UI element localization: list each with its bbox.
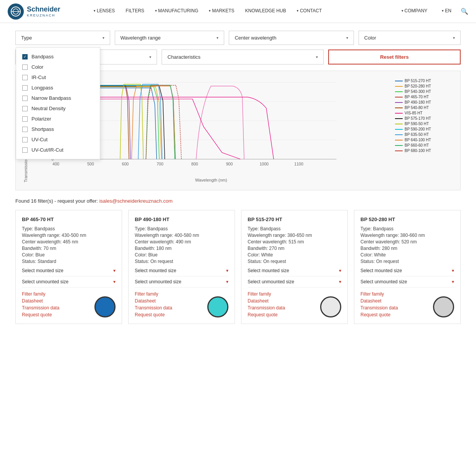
card-1-color: Color: Blue	[22, 252, 116, 258]
card-1-quote[interactable]: Request quote	[22, 312, 60, 317]
option-shortpass[interactable]: Shortpass	[16, 124, 100, 134]
results-header: Found 16 filter(s) - request your offer:…	[15, 198, 461, 204]
legend-item: BP 540-300 HT	[395, 89, 453, 94]
nav-contact[interactable]: ▾ CONTACT	[291, 0, 327, 23]
search-icon[interactable]: 🔍	[461, 8, 468, 15]
legend-item: BP 590-50 HT	[395, 122, 453, 126]
card-3-center: Center wavelength: 515 nm	[248, 239, 341, 245]
card-4-unmounted-select[interactable]: Select unmounted size ▾	[360, 276, 454, 288]
card-3-bandwith: Bandwith: 270 nm	[248, 246, 341, 251]
unmounted-chevron-2: ▾	[226, 279, 228, 284]
card-1-transmission[interactable]: Transmission data	[22, 305, 60, 311]
svg-text:1000: 1000	[259, 162, 269, 166]
card-4-bandwith: Bandwith: 280 nm	[360, 246, 454, 251]
card-2-bottom: Filter family Datasheet Transmission dat…	[135, 291, 228, 317]
card-2-quote[interactable]: Request quote	[135, 312, 172, 317]
card-1-datasheet[interactable]: Datasheet	[22, 298, 60, 304]
nav-knowledge[interactable]: KNOWLEDGE HUB	[240, 0, 292, 23]
card-1-filter-circle	[94, 296, 116, 317]
logo-sub: KREUZNACH	[27, 13, 60, 17]
card-4-datasheet[interactable]: Datasheet	[360, 298, 398, 304]
card-2-datasheet[interactable]: Datasheet	[135, 298, 172, 304]
option-polarizer[interactable]: Polarizer	[16, 114, 100, 124]
card-3-quote[interactable]: Request quote	[248, 312, 285, 317]
option-bandpass[interactable]: ✓ Bandpass	[16, 51, 100, 62]
color-chevron: ▾	[453, 36, 455, 40]
card-1-links: Filter family Datasheet Transmission dat…	[22, 291, 60, 317]
card-3-wavelength: Wavelength range: 380-650 nm	[248, 233, 341, 238]
card-2-mounted-select[interactable]: Select mounted size ▾	[135, 265, 228, 276]
card-3-mounted-select[interactable]: Select mounted size ▾	[248, 265, 341, 276]
svg-text:900: 900	[226, 162, 233, 166]
option-narrow-bandpass[interactable]: Narrow Bandpass	[16, 93, 100, 103]
card-3-transmission[interactable]: Transmission data	[248, 305, 285, 311]
logo-name: Schneider	[27, 5, 60, 13]
card-3-datasheet[interactable]: Datasheet	[248, 298, 285, 304]
results-email-link[interactable]: isales@schneiderkreuznach.com	[99, 198, 173, 204]
card-3-type: Type: Bandpass	[248, 226, 341, 231]
nav-lenses[interactable]: ▾ LENSES	[88, 0, 120, 23]
filter-card-3: BP 515-270 HT Type: Bandpass Wavelength …	[241, 210, 348, 324]
checkbox-uv-cut-ir-cut	[22, 147, 28, 153]
wavelength-dropdown[interactable]: Wavelength range ▾	[115, 31, 225, 45]
chart-legend: BP 515-270 HT BP 520-280 HT BP 540-300 H…	[391, 79, 453, 182]
legend-item: BP 590-200 HT	[395, 127, 453, 131]
card-4-links: Filter family Datasheet Transmission dat…	[360, 291, 398, 317]
checkbox-color	[22, 64, 28, 70]
mounted-chevron-3: ▾	[339, 268, 341, 273]
nav-manufacturing[interactable]: ▾ MANUFACTURING	[150, 0, 204, 23]
legend-item: BP 680-100 HT	[395, 149, 453, 153]
card-1-unmounted-select[interactable]: Select unmounted size ▾	[22, 276, 116, 288]
card-2-type: Type: Bandpass	[135, 226, 228, 231]
card-2-transmission[interactable]: Transmission data	[135, 305, 172, 311]
nav-company[interactable]: ▾ COMPANY	[396, 0, 433, 23]
nav-filters[interactable]: FILTERS	[120, 0, 149, 23]
card-4-filter-family[interactable]: Filter family	[360, 291, 398, 297]
legend-line	[395, 129, 403, 130]
card-4-transmission[interactable]: Transmission data	[360, 305, 398, 311]
characteristics-dropdown[interactable]: Characteristics ▾	[162, 50, 324, 64]
center-wavelength-dropdown[interactable]: Center wavelength ▾	[229, 31, 354, 45]
unmounted-chevron-3: ▾	[339, 279, 341, 284]
unmounted-chevron-4: ▾	[452, 279, 454, 284]
card-3-unmounted-select[interactable]: Select unmounted size ▾	[248, 276, 341, 288]
card-2-unmounted-select[interactable]: Select unmounted size ▾	[135, 276, 228, 288]
type-dropdown[interactable]: Type ▾ ✓ Bandpass Color IR-Cut Lon	[15, 31, 110, 45]
svg-text:500: 500	[87, 162, 94, 166]
card-1-mounted-select[interactable]: Select mounted size ▾	[22, 265, 116, 276]
card-2-title: BP 490-180 HT	[135, 217, 228, 222]
checkbox-narrow-bandpass	[22, 96, 28, 101]
card-1-filter-family[interactable]: Filter family	[22, 291, 60, 297]
legend-item: BP 490-180 HT	[395, 100, 453, 104]
option-color[interactable]: Color	[16, 62, 100, 72]
main-content: Type ▾ ✓ Bandpass Color IR-Cut Lon	[0, 23, 476, 332]
card-2-bandwith: Bandwith: 180 nm	[135, 246, 228, 251]
legend-item: BP 540-80 HT	[395, 106, 453, 110]
card-3-filter-family[interactable]: Filter family	[248, 291, 285, 297]
legend-item: BP 520-280 HT	[395, 84, 453, 88]
option-neutral-density[interactable]: Neutral Density	[16, 103, 100, 114]
nav-markets[interactable]: ▾ MARKETS	[203, 0, 240, 23]
markets-chevron: ▾	[209, 9, 211, 13]
color-dropdown[interactable]: Color ▾	[359, 31, 461, 45]
card-2-filter-family[interactable]: Filter family	[135, 291, 172, 297]
x-axis-label: Wavelength (nm)	[31, 178, 391, 182]
legend-item: VIS-85 HT	[395, 111, 453, 115]
card-4-mounted-select[interactable]: Select mounted size ▾	[360, 265, 454, 276]
card-4-wavelength: Wavelength range: 380-660 nm	[360, 233, 454, 238]
option-ir-cut[interactable]: IR-Cut	[16, 72, 100, 83]
nav-lang[interactable]: ▾ EN	[436, 0, 457, 23]
card-1-status: Status: Standard	[22, 259, 116, 264]
legend-line	[395, 91, 403, 92]
card-4-quote[interactable]: Request quote	[360, 312, 398, 317]
option-uv-cut-ir-cut[interactable]: UV-Cut/IR-Cut	[16, 145, 100, 155]
reset-filters-button[interactable]: Reset filters	[328, 50, 461, 64]
option-uv-cut[interactable]: UV-Cut	[16, 134, 100, 145]
card-1-center: Center wavelength: 465 nm	[22, 239, 116, 245]
mounted-chevron-2: ▾	[226, 268, 228, 273]
option-longpass[interactable]: Longpass	[16, 83, 100, 93]
mounted-chevron-4: ▾	[452, 268, 454, 273]
legend-line	[395, 145, 403, 146]
lang-chevron: ▾	[442, 9, 444, 13]
size-chevron: ▾	[149, 55, 151, 59]
